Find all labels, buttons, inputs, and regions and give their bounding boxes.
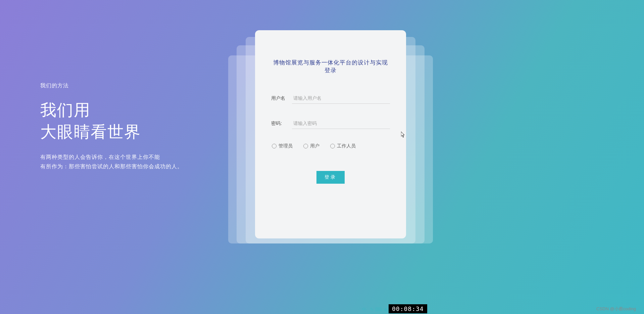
tray-misc-icons: ✎ ⌨ ☻ [370,307,388,313]
radio-icon [272,144,277,148]
role-label-staff: 工作人员 [337,143,356,149]
password-label: 密码: [271,121,292,127]
role-radio-user[interactable]: 用户 [303,143,319,149]
hero-desc-line2: 有所作为：那些害怕尝试的人和那些害怕你会成功的人。 [40,162,183,172]
hero-description: 有两种类型的人会告诉你，在这个世界上你不能 有所作为：那些害怕尝试的人和那些害怕… [40,152,183,172]
role-label-admin: 管理员 [279,143,293,149]
login-card-stack: 博物馆展览与服务一体化平台的设计与实现 登录 用户名 密码: 管理员 用户 工作… [255,30,406,238]
login-button[interactable]: 登录 [316,171,345,184]
username-input[interactable] [292,93,390,104]
role-radio-group: 管理员 用户 工作人员 [271,143,390,149]
watermark-text: CSDN @小蔡coding [596,306,636,312]
role-radio-staff[interactable]: 工作人员 [330,143,356,149]
username-row: 用户名 [271,93,390,104]
hero-desc-line1: 有两种类型的人会告诉你，在这个世界上你不能 [40,152,183,162]
login-title: 博物馆展览与服务一体化平台的设计与实现 登录 [271,59,390,74]
recording-timer: 00:08:34 [389,304,427,313]
hero-headline-line2: 大眼睛看世界 [40,121,183,143]
ime-indicator[interactable]: 中 [362,307,366,313]
password-row: 密码: [271,118,390,129]
role-radio-admin[interactable]: 管理员 [272,143,293,149]
system-tray: 中 ✎ ⌨ ☻ [362,307,388,313]
password-input[interactable] [292,118,390,129]
hero-headline-line1: 我们用 [40,99,183,121]
radio-icon [330,144,335,148]
username-label: 用户名 [271,95,292,101]
radio-icon [303,144,308,148]
login-card: 博物馆展览与服务一体化平台的设计与实现 登录 用户名 密码: 管理员 用户 工作… [255,30,406,238]
hero-headline: 我们用 大眼睛看世界 [40,99,183,143]
hero-text-panel: 我们的方法 我们用 大眼睛看世界 有两种类型的人会告诉你，在这个世界上你不能 有… [40,82,183,172]
hero-subtitle: 我们的方法 [40,82,183,89]
role-label-user: 用户 [310,143,319,149]
